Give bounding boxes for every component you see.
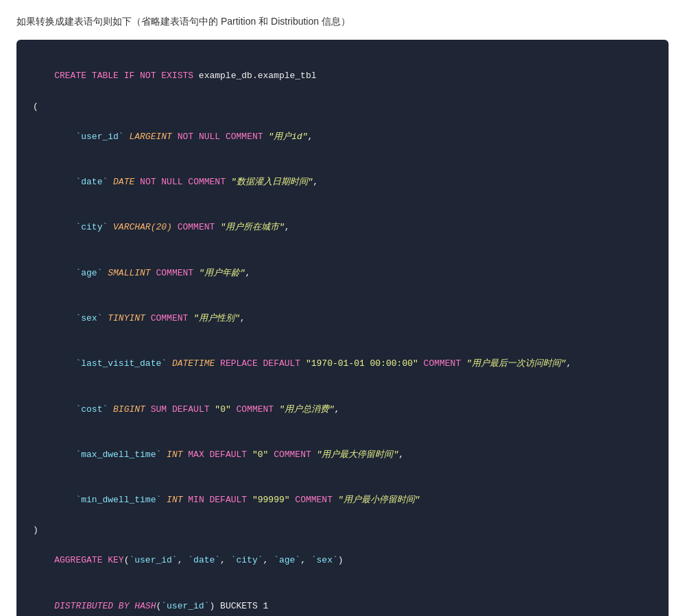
intro-text: 如果转换成建表语句则如下（省略建表语句中的 Partition 和 Distri… <box>16 14 669 29</box>
code-block: CREATE TABLE IF NOT EXISTS example_db.ex… <box>16 40 669 616</box>
